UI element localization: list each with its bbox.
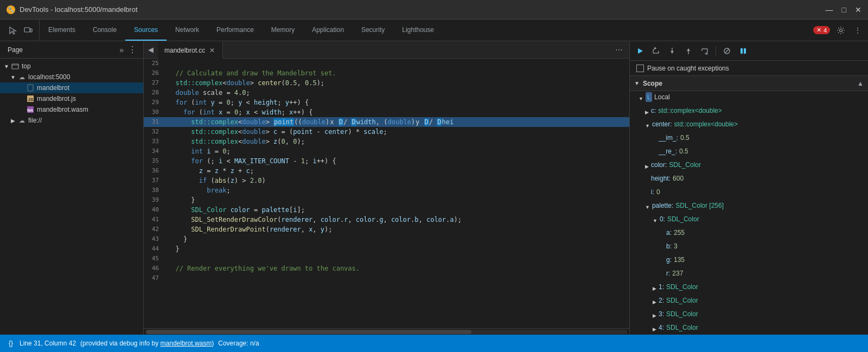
sidebar-more-button[interactable]: » bbox=[117, 43, 126, 56]
palette-3-key: 3: bbox=[659, 309, 664, 319]
svg-point-2 bbox=[840, 29, 843, 31]
tree-item-top[interactable]: ▼ top bbox=[0, 61, 143, 72]
scope-r: ▶ r: 237 bbox=[630, 267, 868, 281]
scope-header[interactable]: ▼ Scope ▲ bbox=[630, 76, 868, 91]
local-arrow-icon: ▼ bbox=[639, 94, 643, 104]
tree-arrow-localhost: ▼ bbox=[9, 73, 17, 81]
file-cloud-icon: ☁ bbox=[17, 116, 26, 125]
local-label: Local bbox=[654, 92, 670, 102]
format-button[interactable]: {} bbox=[7, 340, 15, 347]
maximize-button[interactable]: □ bbox=[842, 5, 846, 14]
pause-exception-label: Pause on caught exceptions bbox=[647, 65, 729, 72]
error-count: 4 bbox=[824, 27, 827, 34]
tab-sources[interactable]: Sources bbox=[125, 20, 167, 41]
file-js-icon: JS bbox=[26, 94, 35, 103]
scope-im: ▶ __im_: 0.5 bbox=[630, 132, 868, 145]
code-line-30: 30 for (int x = 0; x < width; x++) { bbox=[144, 107, 629, 117]
folder-open-icon bbox=[11, 62, 20, 71]
nav-right: ✕ 4 ⋮ bbox=[809, 20, 868, 41]
scroll-track-x bbox=[146, 330, 627, 334]
tree-label-top: top bbox=[22, 62, 31, 70]
tab-close-button[interactable]: ✕ bbox=[208, 47, 216, 54]
settings-icon[interactable] bbox=[834, 24, 847, 37]
scope-c: ▶ c: std::complex<double> bbox=[630, 105, 868, 118]
scope-title: Scope bbox=[643, 80, 662, 87]
inspect-icon[interactable] bbox=[7, 24, 20, 37]
page-button[interactable]: Page bbox=[4, 44, 26, 56]
tree-item-file[interactable]: ▶ ☁ file:// bbox=[0, 115, 143, 126]
i-key: i: bbox=[651, 187, 654, 197]
im-key: __im_: bbox=[659, 133, 678, 143]
code-content[interactable]: 25 26 // Calculate and draw the Mandelbr… bbox=[144, 59, 629, 328]
code-line-44: 44 } bbox=[144, 244, 629, 254]
i-val: 0 bbox=[656, 187, 660, 197]
svg-rect-23 bbox=[744, 48, 746, 54]
deactivate-breakpoints-button[interactable] bbox=[720, 46, 733, 56]
tab-console[interactable]: Console bbox=[84, 20, 125, 41]
svg-text:WA: WA bbox=[27, 108, 33, 112]
center-arrow[interactable]: ▼ bbox=[645, 121, 650, 131]
palette-0-key: 0: bbox=[660, 214, 665, 224]
scroll-thumb-x[interactable] bbox=[146, 330, 471, 334]
tree-label-mandelbrot-js: mandelbrot.js bbox=[37, 95, 76, 103]
palette-1-val: SDL_Color bbox=[666, 282, 698, 292]
back-tab-button[interactable]: ◀ bbox=[146, 43, 156, 56]
step-over-button[interactable] bbox=[649, 46, 662, 56]
format-source-button[interactable]: ⋯ bbox=[613, 44, 625, 55]
more-options-icon[interactable]: ⋮ bbox=[852, 24, 864, 37]
local-header[interactable]: ▼ L Local bbox=[630, 91, 868, 105]
resume-button[interactable] bbox=[634, 46, 646, 56]
svg-text:JS: JS bbox=[28, 97, 34, 102]
scope-section[interactable]: ▼ Scope ▲ ▼ L Local ▶ c: std::complex<do… bbox=[630, 76, 868, 335]
minimize-button[interactable]: — bbox=[826, 5, 833, 14]
local-badge: L bbox=[646, 92, 652, 102]
debug-file-link[interactable]: mandelbrot.wasm bbox=[161, 340, 212, 347]
close-button[interactable]: ✕ bbox=[855, 5, 861, 14]
color-arrow[interactable]: ▶ bbox=[645, 162, 649, 171]
palette-0-arrow[interactable]: ▼ bbox=[653, 216, 658, 226]
tree-item-mandelbrot[interactable]: mandelbrot bbox=[0, 82, 143, 93]
tree-label-file: file:// bbox=[28, 117, 42, 124]
tree-arrow-wasm bbox=[17, 105, 26, 114]
pause-exception-checkbox[interactable] bbox=[636, 65, 644, 72]
sidebar-kebab-button[interactable]: ⋮ bbox=[126, 42, 139, 57]
tree-item-mandelbrot-wasm[interactable]: WA mandelbrot.wasm bbox=[0, 104, 143, 115]
palette-4-arrow[interactable]: ▶ bbox=[653, 324, 656, 334]
r-key: r: bbox=[666, 268, 670, 278]
step-out-button[interactable] bbox=[682, 46, 695, 56]
code-line-43: 43 } bbox=[144, 234, 629, 244]
tab-security[interactable]: Security bbox=[353, 20, 393, 41]
horizontal-scrollbar[interactable] bbox=[144, 328, 629, 335]
c-arrow[interactable]: ▶ bbox=[645, 107, 649, 117]
code-line-31: 31 std::complex<double> point((double)x … bbox=[144, 117, 629, 127]
palette-3-arrow[interactable]: ▶ bbox=[653, 311, 656, 321]
palette-arrow[interactable]: ▼ bbox=[645, 202, 650, 212]
im-val: 0.5 bbox=[680, 133, 690, 143]
nav-icons bbox=[2, 20, 40, 41]
code-line-42: 42 SDL_RenderDrawPoint(renderer, x, y); bbox=[144, 225, 629, 234]
step-back-button[interactable] bbox=[698, 46, 711, 56]
device-toggle-icon[interactable] bbox=[22, 24, 35, 37]
code-line-39: 39 } bbox=[144, 195, 629, 205]
palette-2-arrow[interactable]: ▶ bbox=[653, 297, 656, 307]
scope-collapse-icon[interactable]: ▲ bbox=[857, 80, 864, 87]
palette-2-val: SDL_Color bbox=[666, 296, 698, 305]
palette-1-arrow[interactable]: ▶ bbox=[653, 284, 656, 293]
tab-lighthouse[interactable]: Lighthouse bbox=[393, 20, 443, 41]
tab-performance[interactable]: Performance bbox=[208, 20, 263, 41]
svg-rect-4 bbox=[28, 85, 33, 91]
tree-item-localhost[interactable]: ▼ ☁ localhost:5000 bbox=[0, 72, 143, 82]
coverage-text: Coverage: n/a bbox=[218, 340, 259, 347]
pause-button[interactable] bbox=[737, 46, 750, 56]
status-bar: {} Line 31, Column 42 (provided via debu… bbox=[0, 335, 868, 352]
step-into-button[interactable] bbox=[666, 46, 679, 56]
tab-application[interactable]: Application bbox=[303, 20, 353, 41]
tab-network[interactable]: Network bbox=[167, 20, 208, 41]
code-tab-mandelbrot[interactable]: mandelbrot.cc ✕ bbox=[158, 41, 223, 59]
tab-memory[interactable]: Memory bbox=[263, 20, 303, 41]
tree-item-mandelbrot-js[interactable]: JS mandelbrot.js bbox=[0, 93, 143, 104]
title-bar-left: 🔧 DevTools - localhost:5000/mandelbrot bbox=[7, 5, 138, 14]
tab-elements[interactable]: Elements bbox=[40, 20, 84, 41]
b-key: b: bbox=[666, 241, 672, 251]
svg-rect-1 bbox=[30, 29, 32, 32]
